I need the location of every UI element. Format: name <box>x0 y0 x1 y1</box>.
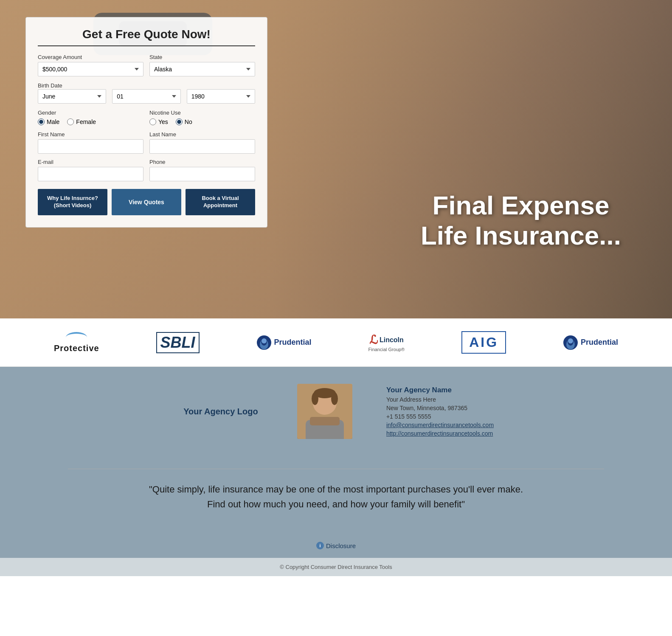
gender-female-label: Female <box>76 118 96 125</box>
hero-text-overlay: Final Expense Life Insurance... <box>421 190 621 250</box>
phone-input[interactable] <box>149 167 255 181</box>
prudential2-logo: Prudential <box>563 335 618 350</box>
lincoln-l-icon: ℒ <box>369 333 378 347</box>
form-divider <box>38 45 255 46</box>
agency-phone: +1 515 555 5555 <box>386 413 494 420</box>
lincoln-group-text: Financial Group® <box>368 347 405 352</box>
agency-info: Your Agency Name Your Address Here New T… <box>386 386 494 437</box>
gender-male-option[interactable]: Male <box>38 118 59 125</box>
view-quotes-button[interactable]: View Quotes <box>112 189 181 215</box>
footer: © Copyright Consumer Direct Insurance To… <box>0 558 672 576</box>
hero-section: Final Expense Life Insurance... Get a Fr… <box>0 0 672 318</box>
quote-form-panel: Get a Free Quote Now! Coverage Amount $1… <box>25 17 267 228</box>
birth-day-select[interactable]: 0102030405 0607080910 15202531 <box>112 89 180 104</box>
nicotine-yes-label: Yes <box>158 118 168 125</box>
svg-point-14 <box>331 392 338 405</box>
birthdate-selects: JanuaryFebruaryMarch AprilMayJune JulyAu… <box>38 89 255 104</box>
videos-button[interactable]: Why Life Insurnce? (Short Videos) <box>38 189 107 215</box>
agency-name: Your Agency Name <box>386 386 494 394</box>
button-row: Why Life Insurnce? (Short Videos) View Q… <box>38 189 255 215</box>
nicotine-label: Nicotine Use <box>149 110 255 116</box>
gender-nicotine-row: Gender Male Female Nicotine Use <box>38 110 255 125</box>
form-title: Get a Free Quote Now! <box>38 28 255 41</box>
gender-label: Gender <box>38 110 143 116</box>
nicotine-block: Nicotine Use Yes No <box>149 110 255 125</box>
gender-radio-group: Male Female <box>38 118 143 125</box>
svg-point-3 <box>261 338 267 343</box>
nicotine-no-label: No <box>185 118 192 125</box>
agency-email[interactable]: info@consumerdirectinsurancetools.com <box>386 422 494 428</box>
last-name-label: Last Name <box>149 131 255 138</box>
prudential1-logo: Prudential <box>256 335 312 350</box>
disclosure-label: Disclosure <box>326 542 356 549</box>
quote-divider <box>68 469 604 469</box>
info-circle-icon: i <box>316 542 324 549</box>
email-group: E-mail <box>38 159 143 181</box>
agency-address-line2: New Town, Minnesota, 987365 <box>386 405 494 411</box>
lincoln-logo: ℒ Lincoln Financial Group® <box>368 333 405 352</box>
aig-box: AIG <box>461 331 506 354</box>
lincoln-financial-text: Lincoln <box>380 336 404 344</box>
birthdate-label: Birth Date <box>38 82 62 89</box>
gender-female-option[interactable]: Female <box>67 118 96 125</box>
first-name-group: First Name <box>38 131 143 154</box>
prudential1-text: Prudential <box>274 338 312 347</box>
last-name-group: Last Name <box>149 131 255 154</box>
agency-address-line1: Your Address Here <box>386 396 494 403</box>
aig-text: AIG <box>469 335 498 350</box>
quote-section: "Quite simply, life insurance may be one… <box>0 456 672 533</box>
coverage-state-row: Coverage Amount $100,000 $250,000 $500,0… <box>38 54 255 76</box>
copyright-text: © Copyright Consumer Direct Insurance To… <box>280 564 392 570</box>
nicotine-yes-option[interactable]: Yes <box>149 118 168 125</box>
name-row: First Name Last Name <box>38 131 255 154</box>
svg-point-7 <box>568 338 573 343</box>
state-label: State <box>149 54 255 60</box>
svg-rect-11 <box>310 417 340 425</box>
birth-year-group: 1960196519701975 198019851990 <box>187 89 255 104</box>
disclosure-link[interactable]: i Disclosure <box>316 542 356 549</box>
hero-title-line1: Final Expense <box>421 190 621 220</box>
lincoln-top: ℒ Lincoln <box>369 333 404 347</box>
appointment-button[interactable]: Book a Virtual Appointment <box>186 189 255 215</box>
birth-day-group: 0102030405 0607080910 15202531 <box>112 89 180 104</box>
email-input[interactable] <box>38 167 143 181</box>
prudential2-text: Prudential <box>581 338 618 347</box>
svg-point-13 <box>312 392 318 405</box>
quote-text: "Quite simply, life insurance may be one… <box>145 482 527 512</box>
coverage-group: Coverage Amount $100,000 $250,000 $500,0… <box>38 54 143 76</box>
nicotine-no-option[interactable]: No <box>176 118 192 125</box>
agency-logo: Your Agency Logo <box>178 407 263 416</box>
phone-group: Phone <box>149 159 255 181</box>
first-name-label: First Name <box>38 131 143 138</box>
protective-logo: Protective <box>54 332 99 353</box>
gender-male-radio[interactable] <box>38 118 45 125</box>
last-name-input[interactable] <box>149 139 255 154</box>
logos-section: Protective SBLI Prudential ℒ Lincoln Fin… <box>0 318 672 367</box>
protective-text: Protective <box>54 343 99 353</box>
coverage-label: Coverage Amount <box>38 54 143 60</box>
gender-female-radio[interactable] <box>67 118 74 125</box>
birth-month-group: JanuaryFebruaryMarch AprilMayJune JulyAu… <box>38 89 106 104</box>
agency-section: Your Agency Logo Your Agency Name Your A… <box>0 367 672 456</box>
birth-month-select[interactable]: JanuaryFebruaryMarch AprilMayJune JulyAu… <box>38 89 106 104</box>
sbli-text: SBLI <box>156 332 200 353</box>
nicotine-no-radio[interactable] <box>176 118 183 125</box>
email-label: E-mail <box>38 159 143 165</box>
gender-male-label: Male <box>47 118 59 125</box>
disclosure-section: i Disclosure <box>0 533 672 558</box>
prudential-rock-icon <box>256 335 272 350</box>
state-select[interactable]: Alaska Alabama Arizona California Florid… <box>149 62 255 76</box>
prudential2-rock-icon <box>563 335 578 350</box>
agency-website[interactable]: http://consumerdirectinsurancetools.com <box>386 430 494 437</box>
protective-arch-icon <box>66 332 87 343</box>
birth-year-select[interactable]: 1960196519701975 198019851990 <box>187 89 255 104</box>
coverage-select[interactable]: $100,000 $250,000 $500,000 $750,000 $1,0… <box>38 62 143 76</box>
aig-logo: AIG <box>461 331 506 354</box>
contact-row: E-mail Phone <box>38 159 255 181</box>
nicotine-yes-radio[interactable] <box>149 118 156 125</box>
nicotine-radio-group: Yes No <box>149 118 255 125</box>
state-group: State Alaska Alabama Arizona California … <box>149 54 255 76</box>
hero-title-line2: Life Insurance... <box>421 220 621 250</box>
first-name-input[interactable] <box>38 139 143 154</box>
birthdate-group: Birth Date JanuaryFebruaryMarch AprilMay… <box>38 82 255 104</box>
